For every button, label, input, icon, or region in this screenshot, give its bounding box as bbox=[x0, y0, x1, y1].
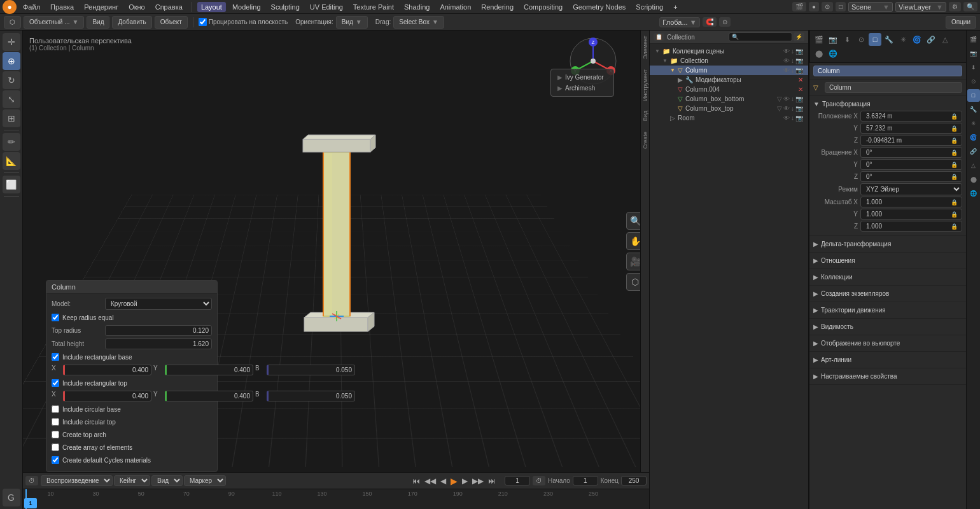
rot-x-input[interactable]: 0° 🔒 bbox=[860, 147, 962, 158]
top-radius-input[interactable] bbox=[105, 325, 212, 336]
add-cube-tool[interactable]: ⬜ bbox=[3, 176, 20, 193]
xray-icon[interactable]: □ bbox=[836, 2, 846, 11]
rot-y-input[interactable]: 0° 🔒 bbox=[860, 159, 962, 170]
playback-select[interactable]: Воспроизведение bbox=[41, 475, 113, 486]
prev-keyframe-btn[interactable]: ◀◀ bbox=[423, 475, 437, 487]
data-name-input[interactable]: Column bbox=[825, 82, 962, 93]
model-select[interactable]: Круговой bbox=[105, 298, 212, 310]
snap-btn[interactable]: 🧲 bbox=[703, 17, 717, 27]
sidebar-tab-view[interactable]: Вид bbox=[641, 106, 650, 126]
tree-item-room[interactable]: ▷ Room 👁 ↓ 📷 bbox=[650, 113, 808, 123]
menu-edit[interactable]: Правка bbox=[46, 2, 78, 12]
overlays-icon[interactable]: ⊙ bbox=[822, 2, 833, 11]
scale-z-lock[interactable]: 🔒 bbox=[951, 223, 958, 230]
strip-physics[interactable]: 🌀 bbox=[967, 131, 980, 144]
transform-header[interactable]: ▼ Трансформация bbox=[813, 99, 962, 109]
scale-y-lock[interactable]: 🔒 bbox=[951, 211, 958, 218]
props-tab-physics[interactable]: 🌀 bbox=[911, 33, 923, 46]
marker-select[interactable]: Маркер bbox=[184, 475, 226, 486]
base-y-input[interactable] bbox=[165, 365, 253, 375]
strip-view[interactable]: ⊙ bbox=[967, 75, 980, 88]
tab-geometry-nodes[interactable]: Geometry Nodes bbox=[569, 2, 629, 12]
start-frame-input[interactable] bbox=[573, 476, 598, 485]
tab-scripting[interactable]: Scripting bbox=[632, 2, 667, 12]
scale-y-input[interactable]: 1.000 🔒 bbox=[860, 209, 962, 220]
collections-header[interactable]: ▶ Коллекции bbox=[813, 272, 962, 282]
menu-render[interactable]: Рендеринг bbox=[80, 2, 122, 12]
sidebar-tab-tool[interactable]: Инструмент bbox=[641, 64, 650, 106]
fps-btn[interactable]: ⏱ bbox=[533, 476, 545, 485]
sidebar-tab-element[interactable]: Элемент bbox=[641, 31, 650, 64]
view-menu[interactable]: Вид bbox=[87, 16, 109, 29]
props-tab-particles[interactable]: ✳ bbox=[897, 33, 909, 46]
orientation-selector[interactable]: Вид ▼ bbox=[336, 16, 368, 29]
top-x-input[interactable] bbox=[63, 391, 151, 401]
viewport-shading-icon[interactable]: ● bbox=[809, 2, 819, 11]
strip-render[interactable]: 📷 bbox=[967, 47, 980, 60]
outliner-filter-btn[interactable]: ⚡ bbox=[794, 32, 804, 41]
tree-item-column-box-bottom[interactable]: ▽ Column_box_bottom ▽ 👁 ↓ 📷 bbox=[650, 94, 808, 104]
end-frame-input[interactable] bbox=[621, 476, 647, 485]
outliner-search[interactable] bbox=[729, 32, 792, 41]
props-tab-object[interactable]: □ bbox=[869, 33, 881, 46]
create-top-arch-checkbox[interactable] bbox=[52, 431, 59, 438]
measure-tool[interactable]: 📐 bbox=[3, 152, 20, 170]
add-menu[interactable]: Добавить bbox=[112, 16, 151, 29]
top-b-input[interactable] bbox=[267, 391, 355, 401]
create-array-checkbox[interactable] bbox=[52, 443, 59, 451]
props-tab-data[interactable]: △ bbox=[939, 33, 951, 46]
archimesh-btn[interactable]: ▶ Archimesh bbox=[551, 83, 613, 94]
tab-rendering[interactable]: Rendering bbox=[477, 2, 517, 12]
props-tab-constraints[interactable]: 🔗 bbox=[925, 33, 937, 46]
scale-x-lock[interactable]: 🔒 bbox=[951, 199, 958, 206]
next-frame-btn[interactable]: ▶ bbox=[461, 475, 469, 487]
view-select[interactable]: Вид bbox=[151, 475, 183, 486]
scale-z-input[interactable]: 1.000 🔒 bbox=[860, 221, 962, 232]
relations-header[interactable]: ▶ Отношения bbox=[813, 255, 962, 266]
tab-shading[interactable]: Shading bbox=[400, 2, 433, 12]
drag-selector[interactable]: Select Box ▼ bbox=[393, 16, 444, 29]
pos-x-input[interactable]: 3.6324 m 🔒 bbox=[860, 111, 962, 122]
cursor-tool[interactable]: ✛ bbox=[3, 33, 20, 51]
strip-constraints[interactable]: 🔗 bbox=[967, 145, 980, 158]
tab-add[interactable]: + bbox=[669, 2, 681, 12]
props-tab-material[interactable]: ⬤ bbox=[813, 47, 825, 60]
rot-z-input[interactable]: 0° 🔒 bbox=[860, 171, 962, 182]
tab-animation[interactable]: Animation bbox=[436, 2, 475, 12]
motion-paths-header[interactable]: ▶ Траектории движения bbox=[813, 305, 962, 316]
tree-item-collection[interactable]: ▼ 📁 Collection 👁 ↓ 📷 bbox=[650, 56, 808, 66]
current-frame-input[interactable] bbox=[505, 476, 530, 485]
planar-checkbox[interactable] bbox=[199, 18, 207, 26]
viewport-display-header[interactable]: ▶ Отображение во вьюпорте bbox=[813, 338, 962, 349]
rot-z-lock[interactable]: 🔒 bbox=[951, 174, 958, 180]
strip-material[interactable]: ⬤ bbox=[967, 173, 980, 186]
rot-x-lock[interactable]: 🔒 bbox=[951, 150, 958, 156]
incl-rect-base-checkbox[interactable] bbox=[52, 353, 59, 361]
tree-item-column-box-top[interactable]: ▽ Column_box_top ▽ 👁 ↓ 📷 bbox=[650, 104, 808, 113]
base-b-input[interactable] bbox=[267, 365, 355, 375]
visibility-header[interactable]: ▶ Видимость bbox=[813, 321, 962, 332]
transform-tool[interactable]: ⊞ bbox=[3, 109, 20, 127]
strip-output[interactable]: ⬇ bbox=[967, 61, 980, 74]
props-tab-world[interactable]: 🌐 bbox=[827, 47, 839, 60]
incl-circ-top-checkbox[interactable] bbox=[52, 418, 59, 426]
object-name-input[interactable]: Column bbox=[813, 66, 962, 76]
lineart-header[interactable]: ▶ Арт-линии bbox=[813, 354, 962, 365]
tree-item-modifiers[interactable]: ▶ 🔧 Модификаторы ✕ bbox=[650, 75, 808, 85]
prev-frame-btn[interactable]: ◀ bbox=[439, 475, 447, 487]
strip-world[interactable]: 🌐 bbox=[967, 187, 980, 200]
props-tab-modifier[interactable]: 🔧 bbox=[883, 33, 895, 46]
move-tool[interactable]: ⊕ bbox=[3, 52, 20, 70]
tree-item-scene-collection[interactable]: ▼ 📁 Коллекция сцены 👁 ↓ 📷 bbox=[650, 46, 808, 56]
tree-item-column004[interactable]: ▽ Column.004 ✕ bbox=[650, 85, 808, 94]
tab-layout[interactable]: Layout bbox=[197, 2, 226, 12]
render-icon[interactable]: 🎬 bbox=[792, 2, 806, 11]
timeline-scrubber[interactable]: 10 30 50 70 90 110 130 150 170 190 210 2… bbox=[23, 489, 649, 509]
search-icon[interactable]: 🔍 bbox=[963, 2, 977, 11]
strip-particles[interactable]: ✳ bbox=[967, 117, 980, 130]
strip-data[interactable]: △ bbox=[967, 159, 980, 172]
proportional-editing[interactable]: ⊙ bbox=[719, 17, 731, 27]
tree-item-column[interactable]: ▼ ▽ Column 👁 ↓ 📷 bbox=[650, 66, 808, 75]
scale-tool[interactable]: ⤡ bbox=[3, 90, 20, 108]
panel-header[interactable]: Column bbox=[46, 281, 217, 294]
